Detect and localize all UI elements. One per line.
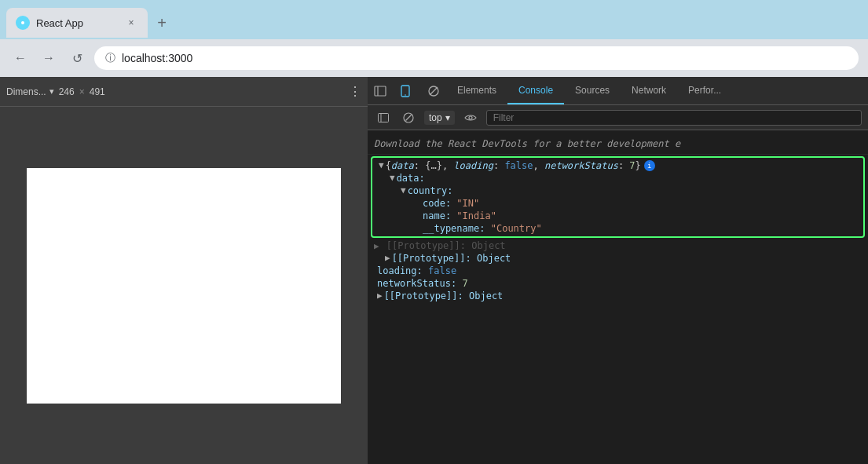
loading-val: false bbox=[428, 265, 456, 276]
svg-point-5 bbox=[405, 94, 406, 96]
code-val: "IN" bbox=[456, 198, 479, 209]
svg-rect-2 bbox=[375, 86, 386, 96]
expand-arrow-proto1[interactable]: ▶ bbox=[374, 241, 379, 251]
context-label: top bbox=[429, 112, 442, 123]
expand-arrow-proto3[interactable]: ▶ bbox=[377, 290, 383, 301]
expand-arrow-data[interactable]: ▼ bbox=[390, 173, 395, 183]
tab-performance[interactable]: Perfor... bbox=[677, 77, 732, 104]
dim-separator: × bbox=[79, 86, 85, 97]
object-root-line: ▼ {data: {…}, loading: false, networkSta… bbox=[372, 159, 863, 172]
networkstatus-line: networkStatus: 7 bbox=[368, 277, 868, 290]
page-white-area bbox=[27, 168, 341, 404]
name-val: "India" bbox=[456, 210, 496, 221]
devtools-tabs: Elements Console Sources Network Perfor.… bbox=[368, 77, 868, 105]
security-icon: ⓘ bbox=[105, 51, 115, 65]
dim-height: 491 bbox=[90, 86, 105, 97]
eye-icon[interactable] bbox=[461, 108, 480, 127]
country-key: country: bbox=[408, 185, 453, 196]
obj-root-preview: {data: {…}, loading: false, networkStatu… bbox=[386, 160, 641, 171]
context-dropdown-icon: ▾ bbox=[445, 112, 450, 123]
devtools-area: Dimens... ▾ 246 × 491 ⋮ Elements bbox=[0, 77, 868, 464]
networkstatus-val: 7 bbox=[462, 278, 467, 289]
back-button[interactable]: ← bbox=[9, 47, 31, 69]
typename-key: __typename: bbox=[423, 223, 485, 234]
dim-width: 246 bbox=[59, 86, 75, 97]
address-text: localhost:3000 bbox=[122, 52, 192, 64]
name-key: name: bbox=[423, 210, 451, 221]
console-info-message: Download the React DevTools for a better… bbox=[368, 133, 868, 155]
expand-arrow-proto2[interactable]: ▶ bbox=[385, 253, 390, 263]
tab-favicon bbox=[16, 16, 30, 30]
context-selector[interactable]: top ▾ bbox=[424, 111, 455, 125]
tab-close-button[interactable]: × bbox=[124, 16, 138, 30]
browser-tab[interactable]: React App × bbox=[6, 8, 148, 38]
console-clear-icon[interactable] bbox=[399, 108, 418, 127]
tab-console[interactable]: Console bbox=[507, 77, 564, 104]
code-key: code: bbox=[423, 198, 451, 209]
loading-line: loading: false bbox=[368, 265, 868, 277]
svg-rect-8 bbox=[379, 113, 389, 122]
networkstatus-key: networkStatus: bbox=[377, 278, 456, 289]
prototype3-line: ▶ [[Prototype]]: Object bbox=[368, 290, 868, 302]
svg-line-11 bbox=[406, 115, 412, 120]
svg-point-12 bbox=[469, 116, 472, 119]
devtools-top-bar: Dimens... ▾ 246 × 491 ⋮ bbox=[0, 77, 368, 107]
info-badge: i bbox=[644, 160, 655, 171]
console-object-box: ▼ {data: {…}, loading: false, networkSta… bbox=[371, 156, 865, 238]
new-tab-button[interactable]: + bbox=[151, 12, 173, 34]
typename-line: __typename: "Country" bbox=[372, 222, 863, 235]
devtools-device-toggle[interactable] bbox=[393, 79, 418, 104]
name-line: name: "India" bbox=[372, 210, 863, 222]
prototype2-line: ▶ [[Prototype]]: Object bbox=[368, 252, 868, 265]
tab-network[interactable]: Network bbox=[621, 77, 677, 104]
expand-arrow-country[interactable]: ▼ bbox=[401, 185, 406, 195]
devtools-more-button[interactable]: ⋮ bbox=[349, 84, 361, 99]
tab-elements[interactable]: Elements bbox=[446, 77, 507, 104]
data-key-line: ▼ data: bbox=[372, 172, 863, 185]
dimensions-dropdown-icon[interactable]: ▾ bbox=[49, 86, 54, 97]
dimensions-label: Dimens... bbox=[6, 86, 46, 97]
console-sidebar-icon[interactable] bbox=[374, 108, 393, 127]
forward-button[interactable]: → bbox=[38, 47, 60, 69]
svg-line-7 bbox=[430, 87, 438, 95]
console-toolbar: top ▾ bbox=[368, 105, 868, 130]
tab-sources[interactable]: Sources bbox=[564, 77, 621, 104]
loading-key: loading: bbox=[377, 265, 423, 276]
country-key-line: ▼ country: bbox=[372, 185, 863, 197]
address-bar[interactable]: ⓘ localhost:3000 bbox=[94, 46, 859, 70]
devtools-no-ban[interactable] bbox=[421, 79, 446, 104]
typename-val: "Country" bbox=[491, 223, 542, 234]
page-preview-panel: Dimens... ▾ 246 × 491 ⋮ bbox=[0, 77, 368, 464]
console-output: Download the React DevTools for a better… bbox=[368, 130, 868, 464]
browser-chrome: React App × + ← → ↺ ⓘ localhost:3000 bbox=[0, 0, 868, 77]
devtools-sidebar-toggle[interactable] bbox=[368, 79, 393, 104]
tab-title: React App bbox=[36, 17, 118, 29]
data-key: data: bbox=[397, 173, 425, 184]
tab-bar: React App × + bbox=[0, 0, 868, 39]
code-line: code: "IN" bbox=[372, 197, 863, 210]
page-canvas bbox=[0, 107, 368, 464]
dimension-selector[interactable]: Dimens... ▾ bbox=[6, 86, 54, 97]
nav-bar: ← → ↺ ⓘ localhost:3000 bbox=[0, 39, 868, 77]
refresh-button[interactable]: ↺ bbox=[66, 47, 88, 69]
console-filter-input[interactable] bbox=[486, 110, 862, 126]
svg-point-1 bbox=[21, 21, 24, 24]
expand-arrow-root[interactable]: ▼ bbox=[379, 160, 384, 170]
prototype1-line: ▶ [[Prototype]]: Object bbox=[368, 239, 868, 252]
devtools-panel: Elements Console Sources Network Perfor.… bbox=[368, 77, 868, 464]
